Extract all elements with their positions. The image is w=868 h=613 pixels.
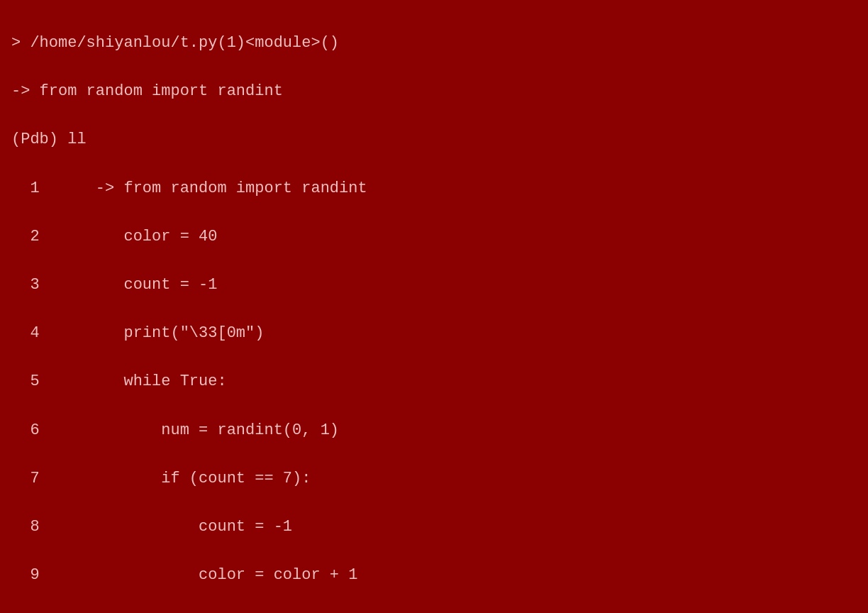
terminal-window[interactable]: > /home/shiyanlou/t.py(1)<module>() -> f… xyxy=(0,0,868,613)
terminal-line-2: -> from random import randint xyxy=(11,79,857,104)
terminal-line-4: 1 -> from random import randint xyxy=(11,177,857,201)
terminal-line-1: > /home/shiyanlou/t.py(1)<module>() xyxy=(11,31,857,55)
terminal-line-5: 2 color = 40 xyxy=(11,225,857,249)
terminal-line-7: 4 print("\33[0m") xyxy=(11,321,857,346)
terminal-line-3: (Pdb) ll xyxy=(11,128,857,152)
terminal-line-10: 7 if (count == 7): xyxy=(11,467,857,491)
terminal-line-11: 8 count = -1 xyxy=(11,515,857,539)
terminal-line-12: 9 color = color + 1 xyxy=(11,563,857,587)
terminal-line-8: 5 while True: xyxy=(11,370,857,394)
terminal-line-6: 3 count = -1 xyxy=(11,273,857,297)
terminal-line-9: 6 num = randint(0, 1) xyxy=(11,419,857,443)
